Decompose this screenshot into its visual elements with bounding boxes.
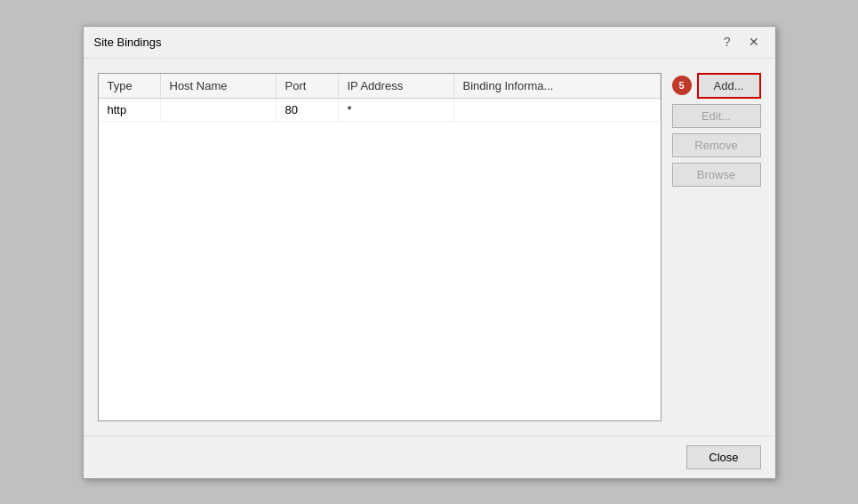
bindings-table-container: Type Host Name Port IP Address Binding I… (98, 73, 662, 421)
title-bar-controls: ? ✕ (718, 33, 765, 51)
cell-hostname (161, 99, 277, 121)
close-button[interactable]: Close (686, 445, 760, 469)
column-header-ip: IP Address (339, 74, 454, 98)
table-body: http 80 * (99, 99, 661, 420)
dialog-title: Site Bindings (94, 36, 162, 49)
cell-ip: * (339, 99, 454, 121)
column-header-port: Port (277, 74, 339, 98)
edit-button[interactable]: Edit... (672, 104, 761, 128)
dialog-body: Type Host Name Port IP Address Binding I… (84, 59, 775, 436)
remove-button[interactable]: Remove (672, 133, 761, 157)
browse-button[interactable]: Browse (672, 163, 761, 187)
table-row[interactable]: http 80 * (99, 99, 661, 122)
table-header: Type Host Name Port IP Address Binding I… (99, 74, 661, 99)
close-window-button[interactable]: ✕ (743, 33, 765, 51)
column-header-binding: Binding Informa... (454, 74, 661, 98)
cell-binding (454, 99, 661, 121)
add-button-wrapper: 5 Add... (672, 73, 761, 99)
column-header-hostname: Host Name (161, 74, 277, 98)
title-bar: Site Bindings ? ✕ (84, 27, 775, 59)
help-button[interactable]: ? (718, 33, 736, 51)
cell-port: 80 (277, 99, 339, 121)
site-bindings-dialog: Site Bindings ? ✕ Type Host Name Port IP… (83, 26, 776, 479)
add-button[interactable]: Add... (697, 73, 761, 99)
step-badge: 5 (672, 76, 692, 95)
sidebar-buttons: 5 Add... Edit... Remove Browse (672, 73, 761, 421)
column-header-type: Type (99, 74, 161, 98)
dialog-footer: Close (84, 436, 775, 478)
cell-type: http (99, 99, 161, 121)
